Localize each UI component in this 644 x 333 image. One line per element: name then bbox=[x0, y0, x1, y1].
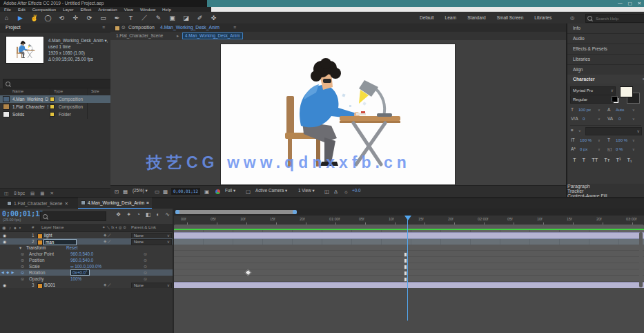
breadcrumb-parent[interactable]: 1.Flat_Character_Scene bbox=[116, 33, 163, 38]
tool-icon[interactable]: ▭ bbox=[99, 15, 107, 21]
timeline-panel-icon[interactable]: ∿ bbox=[165, 211, 170, 218]
faux-style-button[interactable]: T₁ bbox=[627, 157, 632, 163]
panel-header[interactable]: Libraries bbox=[567, 55, 644, 65]
caret-down-icon[interactable]: ∨ bbox=[598, 117, 601, 121]
breadcrumb-current[interactable]: 4.Man_Working_Desk_Anim bbox=[182, 32, 243, 39]
eye-icon[interactable]: ◉ bbox=[3, 233, 6, 238]
property-row-scale[interactable]: ⊙ Scale ∞ 100.0,100.0% ⊙ bbox=[0, 263, 173, 269]
timeline-tab[interactable]: 4.Man_Working_Desk_Anim ≡ bbox=[78, 198, 152, 209]
timeline-panel-icon[interactable]: ◔ bbox=[137, 211, 140, 218]
tab-composition-name[interactable]: 4.Man_Working_Desk_Anim bbox=[160, 25, 219, 30]
tool-icon[interactable]: ✛ bbox=[72, 15, 79, 21]
kerning-value[interactable]: 0 bbox=[583, 117, 585, 121]
camera-select[interactable]: Active Camera ▾ bbox=[255, 188, 287, 193]
column-parent-link[interactable]: Parent & Link bbox=[131, 225, 156, 229]
panel-menu-icon[interactable]: ≡ bbox=[233, 25, 236, 30]
workspace-item[interactable]: Standard bbox=[467, 15, 485, 20]
close-button[interactable]: ✕ bbox=[638, 1, 641, 6]
column-size[interactable]: Size bbox=[91, 89, 99, 93]
vertical-scale-value[interactable]: 100 % bbox=[580, 138, 592, 142]
project-item-row[interactable]: 1.Flat_Character_Scene Composition bbox=[0, 103, 110, 111]
magnification-select[interactable]: (25%) ▾ bbox=[133, 188, 148, 193]
property-value[interactable]: 0x+0.0° bbox=[70, 269, 90, 276]
timeline-panel-icon[interactable]: ❖ bbox=[116, 211, 121, 218]
pick-whip-icon[interactable]: ⊙ bbox=[144, 251, 147, 256]
help-search-input[interactable] bbox=[594, 16, 638, 21]
pixel-aspect-icon[interactable]: ◫ bbox=[324, 189, 329, 195]
property-row-opacity[interactable]: ⊙ Opacity 100% ⊙ bbox=[0, 276, 173, 282]
tool-icon[interactable]: ⟳ bbox=[86, 15, 93, 21]
layer-row-1[interactable]: ◉ 1 light ◈ ／ None∨ bbox=[0, 232, 173, 238]
pick-whip-icon[interactable]: ⊙ bbox=[144, 264, 147, 269]
eye-icon[interactable]: ◉ bbox=[3, 239, 6, 244]
playhead-handle[interactable] bbox=[404, 216, 411, 220]
fast-preview-icon[interactable]: Δ bbox=[334, 189, 338, 195]
layer-switches[interactable]: ◈ ／ bbox=[104, 239, 111, 244]
project-footer-icon[interactable]: ✕ bbox=[50, 191, 53, 196]
character-panel-header[interactable]: Character ≡ bbox=[567, 75, 644, 84]
stopwatch-icon[interactable]: ⊙ bbox=[21, 264, 24, 269]
project-footer-icon[interactable]: ▦ bbox=[40, 191, 44, 196]
menu-item[interactable]: Window bbox=[140, 7, 155, 12]
layer-row-2-selected[interactable]: ◉ 2 ◈ ／ None∨ bbox=[0, 238, 173, 245]
default-fill-stroke-icon[interactable] bbox=[613, 97, 619, 104]
property-value[interactable]: 960.0,540.0 bbox=[70, 251, 93, 256]
maximize-button[interactable]: ▢ bbox=[627, 1, 632, 6]
layer-switches[interactable]: ◈ ／ bbox=[104, 283, 111, 287]
timeline-panel-icon[interactable]: ◐ bbox=[156, 211, 159, 218]
project-item-row[interactable]: 4.Man_Working_Desk_Anim Composition bbox=[0, 95, 110, 103]
stopwatch-icon[interactable]: ⊙ bbox=[21, 251, 24, 256]
caret-down-icon[interactable]: ∨ bbox=[632, 108, 635, 112]
tab-project[interactable]: Project bbox=[6, 25, 21, 30]
tool-icon[interactable]: ✜ bbox=[210, 15, 217, 21]
project-footer-icon[interactable]: 8 bpc bbox=[14, 191, 25, 196]
caret-down-icon[interactable]: ∨ bbox=[632, 138, 635, 142]
column-type[interactable]: Type bbox=[54, 89, 63, 93]
menu-item[interactable]: Animation bbox=[98, 7, 117, 12]
label-color-chip[interactable] bbox=[50, 104, 55, 109]
caret-down-icon[interactable]: ∨ bbox=[578, 129, 581, 133]
tool-icon[interactable]: ✒ bbox=[113, 15, 121, 21]
tool-icon[interactable]: ✐ bbox=[196, 15, 204, 21]
tool-icon[interactable]: ✎ bbox=[155, 15, 162, 21]
current-timecode[interactable]: 0;00;01;12 bbox=[2, 210, 43, 218]
pick-whip-icon[interactable]: ⊙ bbox=[144, 270, 147, 275]
property-value[interactable]: 100% bbox=[70, 276, 81, 281]
timeline-zoom-scrollbar[interactable] bbox=[174, 209, 644, 216]
tool-icon[interactable]: ◯ bbox=[44, 15, 52, 21]
tool-icon[interactable]: ／ bbox=[141, 13, 148, 22]
timeline-tab[interactable]: 1.Flat_Character_Scene ✕ bbox=[4, 198, 71, 209]
panel-header[interactable]: Audio bbox=[567, 34, 644, 44]
pick-whip-icon[interactable]: ⊙ bbox=[144, 258, 147, 263]
mask-visibility-icon[interactable]: ▭ bbox=[155, 189, 159, 195]
tracking-value[interactable]: 0 bbox=[618, 117, 621, 121]
resolution-select[interactable]: Full ▾ bbox=[225, 188, 235, 193]
property-row-anchor-point[interactable]: ⊙ Anchor Point 960.0,540.0 ⊙ bbox=[0, 251, 173, 257]
faux-style-button[interactable]: T¹ bbox=[616, 157, 621, 163]
caret-down-icon[interactable]: ∨ bbox=[632, 117, 635, 121]
menu-item[interactable]: Help bbox=[162, 7, 171, 12]
column-name[interactable]: Name bbox=[12, 89, 23, 93]
faux-style-button[interactable]: TT bbox=[592, 157, 598, 163]
tool-icon[interactable]: ▶ bbox=[17, 15, 24, 21]
transform-group-row[interactable]: ▾ Transform Reset bbox=[0, 245, 173, 251]
project-footer-icon[interactable]: ▤ bbox=[30, 191, 35, 196]
layer-row-3[interactable]: ◉ 3 BG01 ◈ ／ None∨ bbox=[0, 282, 173, 288]
expand-icon[interactable]: ⊡ bbox=[115, 189, 119, 195]
faux-style-button[interactable]: Tᴛ bbox=[604, 157, 609, 163]
exposure-value[interactable]: +0.0 bbox=[352, 188, 360, 193]
pick-whip-icon[interactable]: ⊙ bbox=[144, 276, 147, 281]
caret-down-icon[interactable]: ∨ bbox=[598, 147, 601, 151]
property-row-position[interactable]: ⊙ Position 960.0,540.0 ⊙ bbox=[0, 257, 173, 263]
tab-trailing-icon[interactable]: ✕ bbox=[64, 201, 68, 207]
stopwatch-icon[interactable]: ⊙ bbox=[21, 258, 24, 263]
roi-icon[interactable]: ▢ bbox=[246, 189, 251, 195]
leading-value[interactable]: Auto bbox=[616, 108, 624, 112]
minimize-button[interactable]: — bbox=[618, 1, 623, 6]
panel-header[interactable]: Tracker bbox=[567, 189, 644, 193]
label-color-chip[interactable] bbox=[50, 97, 55, 102]
panel-header[interactable]: Info bbox=[567, 23, 644, 34]
column-layer-name[interactable]: Layer Name bbox=[41, 225, 64, 229]
timeline-panel-icon[interactable]: ◧ bbox=[146, 211, 151, 218]
timeline-search-input[interactable] bbox=[50, 213, 101, 219]
